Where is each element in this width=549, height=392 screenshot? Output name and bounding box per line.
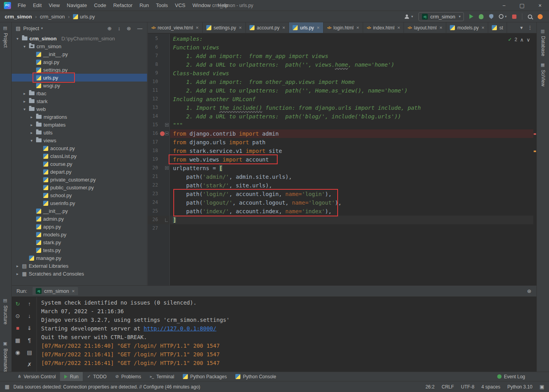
fold-marker-icon[interactable]: [165, 166, 169, 170]
breadcrumb-item[interactable]: urls.py: [73, 14, 95, 20]
code-line-12[interactable]: Including another URLconf: [170, 95, 533, 103]
tree-item-rbac[interactable]: ▸rbac: [12, 89, 147, 97]
tool-window-button-project[interactable]: ▤ Project: [3, 25, 8, 47]
tree-item-web[interactable]: ▾web: [12, 105, 147, 113]
project-view-selector[interactable]: Project: [23, 25, 39, 31]
code-line-16[interactable]: from django.contrib import admin: [170, 129, 533, 138]
expand-collapse-button[interactable]: ↕: [118, 26, 121, 31]
gutter-line-10[interactable]: 10: [148, 78, 169, 86]
gutter-line-12[interactable]: 12: [148, 95, 169, 103]
tool-window-switcher-icon[interactable]: ▦: [5, 384, 9, 389]
chevron-collapsed-icon[interactable]: ▸: [15, 264, 20, 268]
chevron-collapsed-icon[interactable]: ▸: [22, 99, 27, 103]
hidden-tabs-button[interactable]: ▾: [520, 25, 523, 30]
tab-close-icon[interactable]: ×: [482, 25, 485, 31]
tab-close-icon[interactable]: ×: [397, 25, 400, 31]
chevron-collapsed-icon[interactable]: ▸: [22, 91, 27, 96]
tree-item-models-py[interactable]: models.py: [12, 230, 147, 238]
tree-item-External-Libraries[interactable]: ▸▤External Libraries: [12, 262, 147, 270]
edit-configuration-button[interactable]: ⊙: [14, 312, 21, 319]
debug-button[interactable]: [479, 14, 484, 19]
code-line-13[interactable]: 1. Import the include() function: from d…: [170, 103, 533, 112]
tool-tab-python-packages[interactable]: Python Packages: [178, 372, 231, 381]
up-stack-trace-button[interactable]: ↑: [26, 300, 33, 307]
tree-item-__init__-py[interactable]: __init__.py: [12, 50, 147, 58]
maximize-button[interactable]: ▢: [513, 0, 531, 11]
fold-marker-icon[interactable]: [165, 123, 169, 127]
gutter-line-8[interactable]: 8: [148, 60, 169, 69]
line-separator[interactable]: CRLF: [442, 384, 454, 390]
next-problem-icon[interactable]: ∨: [526, 37, 530, 42]
chevron-expanded-icon[interactable]: ▾: [22, 107, 27, 111]
scroll-to-end-button[interactable]: ⇓: [26, 325, 33, 332]
code-line-19[interactable]: from web.views import account: [170, 155, 533, 164]
tree-item-depart-py[interactable]: depart.py: [12, 168, 147, 176]
editor-options-kebab-icon[interactable]: ⋮: [527, 25, 533, 30]
tree-item-__init__-py[interactable]: __init__.py: [12, 207, 147, 215]
tree-item-templates[interactable]: ▸templates: [12, 121, 147, 129]
gutter-line-22[interactable]: 22: [148, 181, 169, 190]
gutter-line-18[interactable]: 18: [148, 147, 169, 155]
file-encoding[interactable]: UTF-8: [461, 384, 474, 390]
tree-item-urls-py[interactable]: urls.py: [12, 74, 147, 82]
tree-item-stark-py[interactable]: stark.py: [12, 238, 147, 246]
menu-code[interactable]: Code: [91, 0, 110, 11]
tree-item-course-py[interactable]: course.py: [12, 160, 147, 168]
down-stack-trace-button[interactable]: ↓: [26, 312, 33, 319]
tree-item-public_customer-py[interactable]: public_customer.py: [12, 183, 147, 191]
coverage-button[interactable]: [489, 14, 493, 19]
tool-window-button-bookmarks[interactable]: ▣ Bookmarks: [3, 341, 8, 372]
code-line-7[interactable]: 1. Add an import: from my_app import vie…: [170, 52, 533, 60]
code-line-5[interactable]: Examples:: [170, 34, 533, 43]
editor-tab-record_view-html[interactable]: </>record_view.html×: [148, 22, 203, 33]
gutter-line-17[interactable]: 17: [148, 138, 169, 147]
chevron-collapsed-icon[interactable]: ▸: [15, 272, 20, 276]
tree-item-crm_simon[interactable]: ▾crm_simonD:\pyCharm\crm_simon: [12, 34, 147, 42]
menu-window[interactable]: Window: [189, 0, 214, 11]
prev-problem-icon[interactable]: ∧: [520, 37, 524, 42]
run-tab-crm-simon[interactable]: dj crm_simon ×: [33, 287, 78, 295]
tab-close-icon[interactable]: ×: [196, 25, 199, 31]
menu-tools[interactable]: Tools: [153, 0, 171, 11]
gutter-line-23[interactable]: 23: [148, 190, 169, 198]
stop-button[interactable]: [512, 15, 516, 19]
gutter-line-9[interactable]: 9: [148, 69, 169, 78]
gutter-line-26[interactable]: 26: [148, 216, 169, 224]
pin-tab-button[interactable]: ◉: [14, 349, 21, 356]
gutter-line-27[interactable]: 27: [148, 224, 169, 233]
code-line-6[interactable]: Function views: [170, 43, 533, 52]
editor-tab-account-py[interactable]: account.py×: [246, 22, 289, 33]
caret-position[interactable]: 26:2: [425, 384, 434, 390]
tool-tab-version-control[interactable]: ⋔Version Control: [13, 372, 60, 381]
breadcrumb-item[interactable]: crm_simon: [5, 14, 32, 20]
chevron-expanded-icon[interactable]: ▾: [29, 138, 34, 143]
code-line-11[interactable]: 2. Add a URL to urlpatterns: path('', Ho…: [170, 86, 533, 95]
menu-refactor[interactable]: Refactor: [110, 0, 136, 11]
tool-window-button-sciview[interactable]: ▦ SciView: [540, 62, 546, 86]
fold-marker-icon[interactable]: [165, 132, 169, 135]
tree-item-settings-py[interactable]: settings.py: [12, 66, 147, 74]
run-button[interactable]: [469, 14, 473, 19]
tree-item-asgi-py[interactable]: asgi.py: [12, 58, 147, 66]
code-line-25[interactable]: path('index/', account.index, name='inde…: [170, 207, 533, 216]
gutter-line-25[interactable]: 25: [148, 207, 169, 216]
tree-item-school-py[interactable]: school.py: [12, 191, 147, 199]
error-stripe[interactable]: [533, 34, 536, 285]
tree-item-stark[interactable]: ▸stark: [12, 97, 147, 105]
chevron-collapsed-icon[interactable]: ▸: [29, 131, 34, 135]
menu-file[interactable]: File: [14, 0, 29, 11]
search-everywhere-icon[interactable]: [528, 15, 532, 19]
tool-tab-terminal[interactable]: >_Terminal: [145, 372, 178, 381]
code-line-17[interactable]: from django.urls import path: [170, 138, 533, 147]
breakpoint-icon[interactable]: [160, 131, 165, 136]
tab-close-icon[interactable]: ×: [440, 25, 443, 31]
chevron-collapsed-icon[interactable]: ▸: [29, 115, 34, 119]
tree-item-Scratches-and-Consoles[interactable]: ▸▦Scratches and Consoles: [12, 270, 147, 278]
tab-close-icon[interactable]: ×: [239, 25, 242, 31]
run-console[interactable]: System check identified no issues (0 sil…: [37, 297, 549, 372]
gutter-line-11[interactable]: 11: [148, 86, 169, 95]
code-line-21[interactable]: path('admin/', admin.site.urls),: [170, 172, 533, 181]
menu-vcs[interactable]: VCS: [171, 0, 189, 11]
close-button[interactable]: ×: [531, 0, 549, 11]
code-line-14[interactable]: 2. Add a URL to urlpatterns: path('blog/…: [170, 112, 533, 121]
